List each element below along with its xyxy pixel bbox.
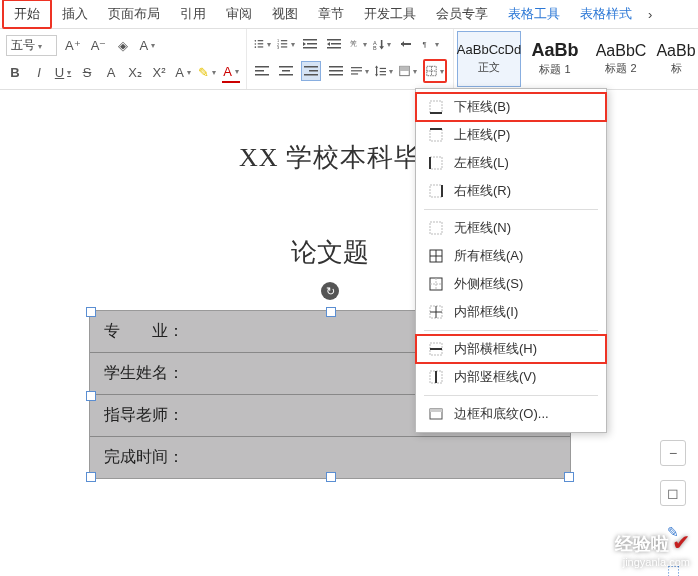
svg-rect-36 xyxy=(329,66,343,68)
menu-border-left[interactable]: 左框线(L) xyxy=(416,149,606,177)
increase-font-button[interactable]: A⁺ xyxy=(63,37,83,55)
strike-button[interactable]: S xyxy=(78,64,96,82)
svg-marker-44 xyxy=(375,74,378,76)
menu-border-right[interactable]: 右框线(R) xyxy=(416,177,606,205)
svg-point-2 xyxy=(255,43,257,45)
svg-rect-49 xyxy=(400,66,409,71)
align-left-button[interactable] xyxy=(253,62,271,80)
underline-button[interactable]: U xyxy=(54,64,72,82)
line-spacing-button[interactable] xyxy=(375,62,393,80)
border-inside-h-icon xyxy=(428,341,444,357)
text-effects-button[interactable]: A xyxy=(102,64,120,82)
svg-rect-76 xyxy=(430,409,442,412)
menu-border-top[interactable]: 上框线(P) xyxy=(416,121,606,149)
align-right-button[interactable] xyxy=(301,61,321,81)
tab-view[interactable]: 视图 xyxy=(262,1,308,27)
tab-start[interactable]: 开始 xyxy=(2,0,52,29)
font-color-button[interactable]: A xyxy=(222,63,240,83)
svg-rect-39 xyxy=(351,67,362,68)
menu-border-bottom[interactable]: 下框线(B) xyxy=(416,93,606,121)
border-none-icon xyxy=(428,220,444,236)
tab-member[interactable]: 会员专享 xyxy=(426,1,498,27)
tab-layout[interactable]: 页面布局 xyxy=(98,1,170,27)
change-case-button[interactable]: A xyxy=(138,37,156,55)
menu-borders-dialog[interactable]: 边框和底纹(O)... xyxy=(416,400,606,428)
svg-rect-55 xyxy=(430,129,442,141)
side-collapse-button[interactable]: − xyxy=(660,440,686,466)
font-outline-button[interactable]: A xyxy=(174,64,192,82)
increase-indent-button[interactable] xyxy=(325,35,343,53)
menu-border-inside-horizontal[interactable]: 内部横框线(H) xyxy=(416,335,606,363)
resize-handle[interactable] xyxy=(326,307,336,317)
border-top-icon xyxy=(428,127,444,143)
border-outside-icon xyxy=(428,276,444,292)
clear-format-button[interactable]: ◈ xyxy=(114,37,132,55)
tab-tabletool[interactable]: 表格工具 xyxy=(498,1,570,27)
svg-rect-57 xyxy=(430,157,442,169)
svg-rect-14 xyxy=(303,47,317,49)
menu-label: 上框线(P) xyxy=(454,126,510,144)
bullets-button[interactable] xyxy=(253,35,271,53)
align-distribute-button[interactable] xyxy=(351,62,369,80)
numbering-button[interactable]: 123 xyxy=(277,35,295,53)
style-label: 标题 2 xyxy=(605,61,636,76)
menu-border-none[interactable]: 无框线(N) xyxy=(416,214,606,242)
italic-button[interactable]: I xyxy=(30,64,48,82)
highlight-button[interactable]: ✎ xyxy=(198,64,216,82)
svg-rect-18 xyxy=(327,47,341,49)
menu-border-all[interactable]: 所有框线(A) xyxy=(416,242,606,270)
sort-button[interactable]: AB xyxy=(373,35,391,53)
border-inside-v-icon xyxy=(428,369,444,385)
style-heading1[interactable]: AaBb 标题 1 xyxy=(523,31,587,87)
decrease-font-button[interactable]: A⁻ xyxy=(89,37,109,55)
style-heading3[interactable]: AaBb 标 xyxy=(655,31,697,87)
subscript-button[interactable]: X₂ xyxy=(126,64,144,82)
tab-tablestyle[interactable]: 表格样式 xyxy=(570,1,642,27)
svg-rect-5 xyxy=(258,46,264,47)
align-justify-button[interactable] xyxy=(327,62,345,80)
svg-rect-13 xyxy=(307,43,317,45)
svg-rect-16 xyxy=(327,39,341,41)
style-heading2[interactable]: AaBbC 标题 2 xyxy=(589,31,653,87)
svg-marker-25 xyxy=(401,41,404,47)
borders-dropdown-button[interactable] xyxy=(423,59,447,83)
menu-label: 边框和底纹(O)... xyxy=(454,405,549,423)
menu-border-inside-vertical[interactable]: 内部竖框线(V) xyxy=(416,363,606,391)
text-direction-button[interactable]: 笐 xyxy=(349,35,367,53)
tab-more[interactable]: › xyxy=(642,3,658,26)
align-center-button[interactable] xyxy=(277,62,295,80)
tab-chapter[interactable]: 章节 xyxy=(308,1,354,27)
resize-handle[interactable] xyxy=(326,472,336,482)
style-normal[interactable]: AaBbCcDd 正文 xyxy=(457,31,521,87)
bold-button[interactable]: B xyxy=(6,64,24,82)
tab-review[interactable]: 审阅 xyxy=(216,1,262,27)
svg-rect-27 xyxy=(255,66,269,68)
rotate-handle-icon[interactable]: ↻ xyxy=(321,282,339,300)
border-bottom-icon xyxy=(428,99,444,115)
svg-rect-59 xyxy=(430,185,442,197)
style-label: 标题 1 xyxy=(539,62,570,77)
menu-border-inside[interactable]: 内部框线(I) xyxy=(416,298,606,326)
svg-rect-1 xyxy=(258,40,264,41)
menu-separator xyxy=(424,395,598,396)
menu-label: 无框线(N) xyxy=(454,219,511,237)
decrease-indent-button[interactable] xyxy=(301,35,319,53)
tab-insert[interactable]: 插入 xyxy=(52,1,98,27)
tab-reference[interactable]: 引用 xyxy=(170,1,216,27)
menu-border-outside[interactable]: 外侧框线(S) xyxy=(416,270,606,298)
resize-handle[interactable] xyxy=(564,472,574,482)
tabs-button[interactable]: ¶ xyxy=(421,35,439,53)
tab-dev[interactable]: 开发工具 xyxy=(354,1,426,27)
resize-handle[interactable] xyxy=(86,307,96,317)
svg-rect-11 xyxy=(281,46,287,47)
show-marks-button[interactable] xyxy=(397,35,415,53)
resize-handle[interactable] xyxy=(86,472,96,482)
watermark: 经验啦 ✔ jingyanla.com xyxy=(615,530,690,568)
styles-gallery: AaBbCcDd 正文 AaBb 标题 1 AaBbC 标题 2 AaBb 标 xyxy=(454,29,698,89)
svg-text:¶: ¶ xyxy=(423,40,427,49)
font-size-selector[interactable]: 五号 xyxy=(6,35,57,56)
side-layout-button[interactable]: ◻ xyxy=(660,480,686,506)
shading-button[interactable] xyxy=(399,62,417,80)
resize-handle[interactable] xyxy=(86,391,96,401)
superscript-button[interactable]: X² xyxy=(150,64,168,82)
